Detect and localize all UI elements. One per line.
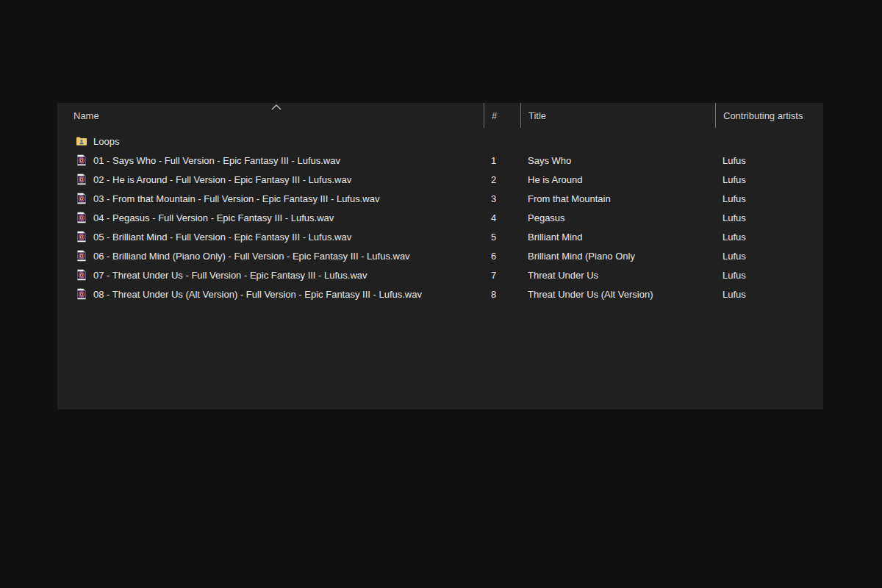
file-row[interactable]: 08 - Threat Under Us (Alt Version) - Ful… — [57, 284, 823, 304]
track-number: 4 — [484, 212, 520, 223]
file-name: 07 - Threat Under Us - Full Version - Ep… — [93, 270, 368, 281]
file-row[interactable]: 06 - Brilliand Mind (Piano Only) - Full … — [57, 246, 823, 265]
track-number: 1 — [484, 155, 520, 166]
audio-file-icon — [76, 212, 87, 223]
track-artist: Lufus — [715, 193, 823, 204]
track-title: Brilliant Mind (Piano Only — [520, 251, 715, 262]
file-row[interactable]: 03 - From that Mountain - Full Version -… — [57, 189, 823, 208]
column-header-title[interactable]: Title — [520, 103, 715, 128]
file-list: Loops 01 - Says Who - — [57, 132, 823, 304]
track-number: 3 — [484, 193, 520, 204]
file-row[interactable]: 05 - Brilliant Mind - Full Version - Epi… — [57, 227, 823, 246]
track-artist: Lufus — [715, 174, 823, 185]
file-name: 05 - Brilliant Mind - Full Version - Epi… — [93, 232, 351, 243]
file-name: 04 - Pegasus - Full Version - Epic Fanta… — [93, 212, 334, 223]
track-number: 2 — [484, 174, 520, 185]
track-artist: Lufus — [715, 155, 823, 166]
audio-file-icon — [76, 193, 87, 204]
track-artist: Lufus — [715, 289, 823, 300]
file-name: 01 - Says Who - Full Version - Epic Fant… — [93, 155, 340, 166]
column-header-number[interactable]: # — [484, 103, 520, 128]
file-name: 02 - He is Around - Full Version - Epic … — [93, 174, 351, 185]
track-number: 7 — [484, 270, 520, 281]
track-artist: Lufus — [715, 212, 823, 223]
audio-file-icon — [76, 173, 87, 185]
column-header-artists[interactable]: Contributing artists — [715, 103, 823, 128]
track-artist: Lufus — [715, 251, 823, 262]
file-row[interactable]: 02 - He is Around - Full Version - Epic … — [57, 170, 823, 189]
audio-file-icon — [76, 250, 87, 262]
audio-file-icon — [76, 269, 87, 281]
track-title: Threat Under Us (Alt Version) — [520, 289, 715, 300]
file-row[interactable]: 01 - Says Who - Full Version - Epic Fant… — [57, 151, 823, 170]
track-number: 6 — [484, 251, 520, 262]
track-title: From that Mountain — [520, 193, 715, 204]
audio-file-icon — [76, 154, 87, 166]
file-list-panel: Name # Title Contributing artists Loops — [57, 103, 823, 409]
sort-ascending-icon[interactable] — [270, 104, 282, 111]
track-artist: Lufus — [715, 270, 823, 281]
track-number: 5 — [484, 232, 520, 243]
shared-folder-icon — [76, 135, 87, 147]
column-headers: Name # Title Contributing artists — [57, 103, 823, 128]
track-title: He is Around — [520, 174, 715, 185]
track-title: Brilliant Mind — [520, 232, 715, 243]
folder-row[interactable]: Loops — [57, 132, 823, 151]
file-row[interactable]: 04 - Pegasus - Full Version - Epic Fanta… — [57, 208, 823, 227]
file-row[interactable]: 07 - Threat Under Us - Full Version - Ep… — [57, 265, 823, 284]
audio-file-icon — [76, 288, 87, 300]
file-name: 03 - From that Mountain - Full Version -… — [93, 193, 379, 204]
track-title: Says Who — [520, 155, 715, 166]
file-name: 08 - Threat Under Us (Alt Version) - Ful… — [93, 289, 422, 300]
track-title: Threat Under Us — [520, 270, 715, 281]
track-artist: Lufus — [715, 232, 823, 243]
file-name: 06 - Brilliand Mind (Piano Only) - Full … — [93, 251, 410, 262]
track-number: 8 — [484, 289, 520, 300]
track-title: Pegasus — [520, 212, 715, 223]
audio-file-icon — [76, 231, 87, 243]
folder-name: Loops — [93, 136, 119, 147]
